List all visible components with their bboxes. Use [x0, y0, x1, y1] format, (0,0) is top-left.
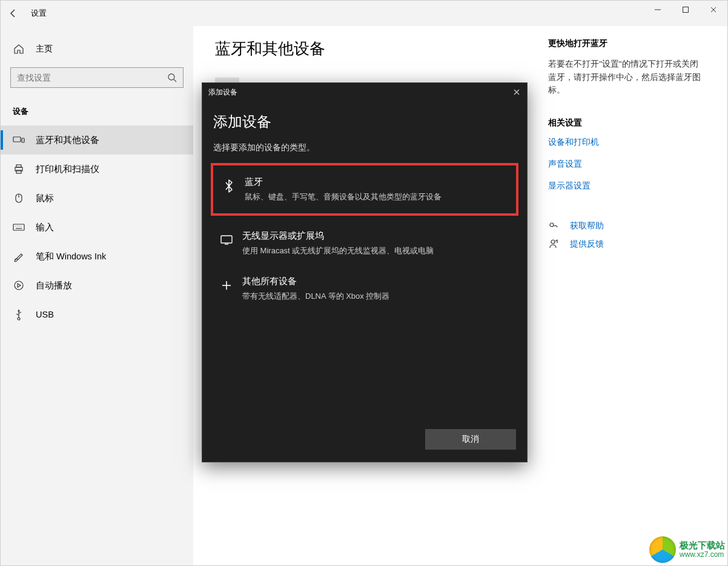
- titlebar: 设置: [1, 1, 727, 26]
- dialog-titlebar-text: 添加设备: [208, 87, 237, 98]
- minimize-button[interactable]: [644, 1, 672, 19]
- help-row[interactable]: 获取帮助: [548, 221, 706, 231]
- watermark-text-2: www.xz7.com: [680, 551, 725, 559]
- back-button[interactable]: [1, 1, 26, 26]
- sidebar-item-pen[interactable]: 笔和 Windows Ink: [1, 242, 193, 271]
- mouse-icon: [13, 192, 25, 204]
- svg-rect-22: [221, 236, 232, 243]
- watermark-text-1: 极光下载站: [680, 540, 725, 550]
- link-devices-printers[interactable]: 设备和打印机: [548, 137, 706, 148]
- option-title: 蓝牙: [245, 176, 442, 188]
- feedback-row[interactable]: 提供反馈: [548, 239, 706, 250]
- svg-line-3: [174, 79, 176, 82]
- link-display-settings[interactable]: 显示器设置: [548, 181, 706, 191]
- search-input[interactable]: [17, 73, 167, 82]
- dialog-heading: 添加设备: [213, 112, 516, 132]
- aside-panel: 更快地打开蓝牙 若要在不打开"设置"的情况下打开或关闭蓝牙，请打开操作中心，然后…: [548, 38, 706, 566]
- aside-quick-title: 更快地打开蓝牙: [548, 38, 706, 49]
- svg-point-14: [19, 225, 19, 226]
- option-bluetooth[interactable]: 蓝牙 鼠标、键盘、手写笔、音频设备以及其他类型的蓝牙设备: [211, 163, 518, 216]
- svg-point-21: [551, 240, 555, 244]
- help-icon: [548, 221, 560, 231]
- help-link[interactable]: 获取帮助: [570, 221, 604, 231]
- dialog-subtitle: 选择要添加的设备的类型。: [213, 142, 516, 153]
- sidebar-item-printers[interactable]: 打印机和扫描仪: [1, 155, 193, 184]
- svg-point-12: [15, 225, 16, 226]
- watermark-logo-icon: [649, 536, 676, 563]
- svg-rect-5: [22, 138, 24, 142]
- printer-icon: [13, 163, 25, 175]
- sidebar-item-label: 笔和 Windows Ink: [36, 251, 106, 262]
- close-button[interactable]: [700, 1, 727, 19]
- watermark: 极光下载站 www.xz7.com: [649, 536, 725, 563]
- feedback-icon: [548, 239, 560, 250]
- search-box[interactable]: [10, 67, 184, 88]
- sidebar-item-typing[interactable]: 输入: [1, 213, 193, 242]
- plus-icon: [218, 277, 235, 294]
- aside-quick-text: 若要在不打开"设置"的情况下打开或关闭蓝牙，请打开操作中心，然后选择蓝牙图标。: [548, 58, 706, 97]
- home-row[interactable]: 主页: [1, 37, 193, 61]
- option-title: 无线显示器或扩展坞: [242, 230, 434, 242]
- svg-point-20: [550, 223, 554, 227]
- add-device-dialog: 添加设备 添加设备 选择要添加的设备的类型。 蓝牙 鼠标、键盘、手写笔、音频设备…: [202, 82, 528, 462]
- page-title: 蓝牙和其他设备: [215, 38, 536, 59]
- sidebar-item-usb[interactable]: USB: [1, 300, 193, 329]
- option-desc: 使用 Miracast 或无线扩展坞的无线监视器、电视或电脑: [242, 245, 434, 256]
- svg-rect-11: [13, 224, 24, 230]
- svg-point-15: [21, 225, 21, 226]
- home-label: 主页: [36, 44, 53, 55]
- bluetooth-icon: [220, 178, 237, 195]
- sidebar-item-label: 鼠标: [36, 193, 54, 204]
- option-everything-else[interactable]: 其他所有设备 带有无线适配器、DLNA 等的 Xbox 控制器: [213, 266, 516, 311]
- dialog-close-button[interactable]: [511, 87, 522, 98]
- feedback-link[interactable]: 提供反馈: [570, 239, 604, 250]
- link-sound-settings[interactable]: 声音设置: [548, 159, 706, 170]
- svg-rect-4: [13, 137, 21, 142]
- svg-rect-7: [16, 165, 21, 167]
- svg-point-19: [18, 318, 20, 320]
- keyboard-icon: [13, 221, 25, 233]
- pen-icon: [13, 250, 25, 262]
- sidebar-item-label: 蓝牙和其他设备: [36, 135, 99, 146]
- aside-related-title: 相关设置: [548, 118, 706, 128]
- sidebar-item-label: USB: [36, 310, 54, 319]
- dialog-titlebar: 添加设备: [202, 83, 527, 101]
- svg-rect-1: [683, 7, 689, 13]
- sidebar-item-bluetooth[interactable]: 蓝牙和其他设备: [1, 125, 193, 155]
- option-desc: 带有无线适配器、DLNA 等的 Xbox 控制器: [242, 291, 389, 302]
- sidebar-item-autoplay[interactable]: 自动播放: [1, 271, 193, 300]
- svg-point-13: [17, 225, 18, 226]
- svg-point-2: [168, 74, 174, 80]
- maximize-button[interactable]: [672, 1, 700, 19]
- cancel-button[interactable]: 取消: [425, 429, 516, 450]
- sidebar-item-label: 自动播放: [36, 280, 72, 291]
- sidebar: 主页 设备 蓝牙和其他设备 打印机和扫描仪 鼠标: [1, 26, 193, 566]
- option-wireless-display[interactable]: 无线显示器或扩展坞 使用 Miracast 或无线扩展坞的无线监视器、电视或电脑: [213, 221, 516, 266]
- svg-point-17: [15, 281, 23, 290]
- bluetooth-devices-icon: [13, 134, 25, 146]
- sidebar-section-title: 设备: [1, 100, 193, 125]
- search-icon: [167, 73, 177, 82]
- option-desc: 鼠标、键盘、手写笔、音频设备以及其他类型的蓝牙设备: [245, 191, 442, 202]
- autoplay-icon: [13, 279, 25, 291]
- usb-icon: [13, 308, 25, 321]
- display-icon: [218, 231, 235, 248]
- window-title: 设置: [31, 8, 47, 19]
- option-title: 其他所有设备: [242, 276, 389, 287]
- home-icon: [13, 43, 25, 55]
- sidebar-item-label: 输入: [36, 222, 54, 233]
- sidebar-item-mouse[interactable]: 鼠标: [1, 184, 193, 213]
- window-controls: [644, 1, 727, 19]
- sidebar-item-label: 打印机和扫描仪: [36, 164, 99, 175]
